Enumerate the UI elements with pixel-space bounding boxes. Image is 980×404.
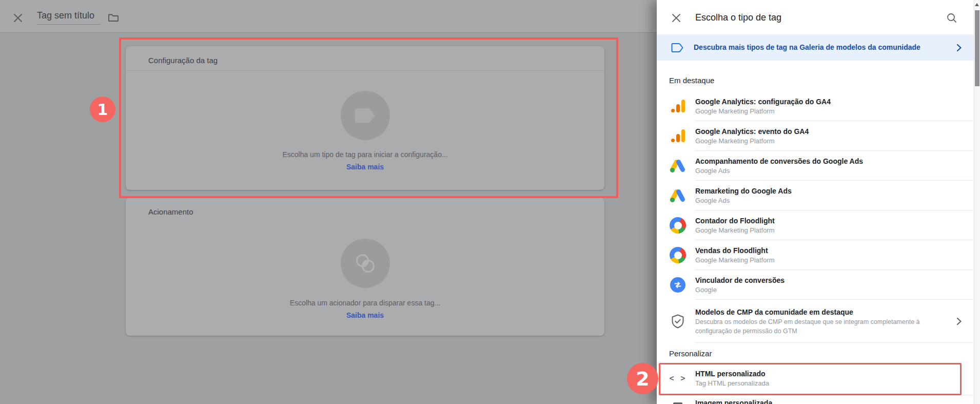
choose-tag-type-panel: Escolha o tipo de tag Descubra mais tipo… <box>657 0 980 404</box>
scroll-up-icon[interactable] <box>975 3 979 6</box>
tag-outline-icon <box>671 42 684 55</box>
list-item-ga4-event[interactable]: Google Analytics: evento do GA4 Google M… <box>657 121 980 151</box>
item-description: Descubra os modelos de CMP em destaque q… <box>695 317 949 336</box>
tag-icon <box>341 91 390 140</box>
list-item-ads-conversion-tracking[interactable]: Acompanhamento de conversões do Google A… <box>657 151 980 181</box>
close-icon[interactable] <box>672 13 681 25</box>
tag-configuration-card[interactable]: Configuração da tag Escolha um tipo de t… <box>126 46 604 190</box>
google-ads-icon <box>670 159 686 173</box>
trigger-hint: Escolha um acionador para disparar essa … <box>126 299 604 307</box>
item-subtitle: Google Ads <box>695 166 863 176</box>
scrollbar-thumb[interactable] <box>975 10 979 86</box>
code-icon: < > <box>670 374 686 383</box>
step1-badge: 1 <box>90 97 115 122</box>
row-divider <box>695 342 972 343</box>
step2-badge: 2 <box>627 363 658 394</box>
list-item-floodlight-sales[interactable]: Vendas do Floodlight Google Marketing Pl… <box>657 240 980 270</box>
item-subtitle: Google Marketing Platform <box>695 107 831 116</box>
card-header: Configuração da tag <box>148 56 218 65</box>
section-featured: Em destaque <box>669 76 714 85</box>
trigger-icon <box>341 239 390 288</box>
search-icon[interactable] <box>946 12 957 26</box>
chevron-right-icon <box>956 317 962 328</box>
list-item-floodlight-counter[interactable]: Contador do Floodlight Google Marketing … <box>657 210 980 240</box>
list-item-custom-image[interactable]: Imagem personalizada <box>657 395 980 404</box>
item-title: Modelos de CMP da comunidade em destaque <box>695 307 949 317</box>
item-subtitle: Tag HTML personalizada <box>695 379 769 388</box>
item-title: Imagem personalizada <box>695 398 772 404</box>
list-item-conversion-linker[interactable]: Vinculador de conversões Google <box>657 270 980 300</box>
list-item-custom-html[interactable]: < > HTML personalizado Tag HTML personal… <box>657 363 980 393</box>
tag-config-hint: Escolha um tipo de tag para iniciar a co… <box>126 150 604 159</box>
item-subtitle: Google Marketing Platform <box>695 256 775 265</box>
google-analytics-icon <box>670 129 686 143</box>
item-title: Acompanhamento de conversões do Google A… <box>695 157 863 166</box>
panel-title: Escolha o tipo de tag <box>695 12 781 23</box>
item-title: Google Analytics: configuração do GA4 <box>695 97 831 107</box>
shield-check-icon <box>670 314 686 329</box>
image-icon <box>670 395 686 404</box>
editor-topbar: Tag sem título <box>0 0 657 33</box>
item-title: Google Analytics: evento do GA4 <box>695 127 809 137</box>
list-item-cmp-templates[interactable]: Modelos de CMP da comunidade em destaque… <box>657 300 980 343</box>
trigger-card[interactable]: Acionamento Escolha um acionador para di… <box>126 198 604 336</box>
folder-icon[interactable] <box>108 13 119 24</box>
close-icon[interactable] <box>13 13 23 25</box>
list-item-ads-remarketing[interactable]: Remarketing do Google Ads Google Ads <box>657 181 980 210</box>
list-item-ga4-configuration[interactable]: Google Analytics: configuração do GA4 Go… <box>657 91 980 121</box>
floodlight-icon <box>670 217 686 234</box>
google-analytics-icon <box>670 100 686 113</box>
item-subtitle: Google Marketing Platform <box>695 137 809 146</box>
tag-title-field[interactable]: Tag sem título <box>37 10 101 25</box>
community-gallery-banner[interactable]: Descubra mais tipos de tag na Galeria de… <box>657 34 980 61</box>
item-title: Contador do Floodlight <box>695 216 775 226</box>
conversion-linker-icon <box>670 277 686 293</box>
card-header-divider <box>126 70 604 71</box>
item-title: HTML personalizado <box>695 369 769 379</box>
item-subtitle: Google Marketing Platform <box>695 226 775 235</box>
learn-more-link[interactable]: Saiba mais <box>126 311 604 319</box>
chevron-right-icon <box>956 44 962 54</box>
google-ads-icon <box>670 188 686 203</box>
panel-scrollbar-track <box>974 0 980 404</box>
gtm-screenshot: Tag sem título Configuração da tag Escol… <box>0 0 980 404</box>
learn-more-link[interactable]: Saiba mais <box>126 163 604 171</box>
item-title: Vinculador de conversões <box>695 276 785 285</box>
floodlight-icon <box>670 247 686 263</box>
item-title: Remarketing do Google Ads <box>695 186 792 196</box>
card-header: Acionamento <box>148 207 193 216</box>
item-subtitle: Google <box>695 285 785 295</box>
tag-title: Tag sem título <box>37 10 94 21</box>
item-subtitle: Google Ads <box>695 196 792 205</box>
item-title: Vendas do Floodlight <box>695 246 775 256</box>
banner-text: Descubra mais tipos de tag na Galeria de… <box>694 43 920 51</box>
section-custom: Personalizar <box>669 349 712 358</box>
